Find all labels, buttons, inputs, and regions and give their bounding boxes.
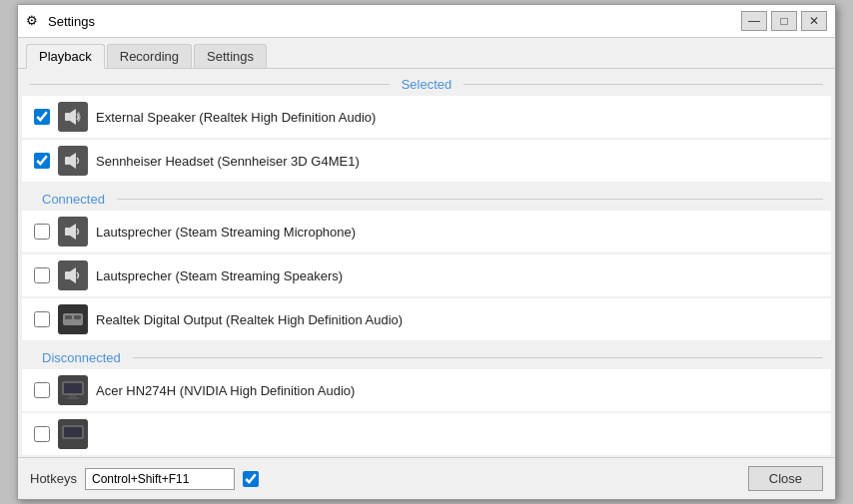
device-checkbox-lautsprecher-spk[interactable]	[34, 267, 50, 283]
hotkeys-input[interactable]	[85, 468, 235, 490]
tab-playback[interactable]: Playback	[26, 44, 105, 69]
svg-marker-7	[70, 267, 76, 283]
list-item: Acer HN274H (NVIDIA High Definition Audi…	[22, 369, 831, 411]
section-disconnected-header: Disconnected	[18, 342, 835, 369]
content-area: Selected External Speaker (Realt	[18, 69, 835, 457]
device-name-realtek-digital: Realtek Digital Output (Realtek High Def…	[96, 312, 819, 327]
svg-marker-5	[70, 224, 76, 240]
device-icon-acer	[58, 375, 88, 405]
svg-rect-4	[65, 228, 70, 236]
bottom-bar: Hotkeys Close	[18, 457, 835, 499]
svg-rect-17	[64, 427, 82, 437]
close-window-button[interactable]: ✕	[801, 11, 827, 31]
device-name-lautsprecher-mic: Lautsprecher (Steam Streaming Microphone…	[96, 225, 819, 240]
tab-settings[interactable]: Settings	[194, 44, 267, 68]
maximize-button[interactable]: □	[771, 11, 797, 31]
tab-bar: Playback Recording Settings	[18, 38, 835, 69]
device-icon-ext-speaker	[58, 102, 88, 132]
svg-marker-1	[70, 109, 76, 125]
hotkeys-checkbox[interactable]	[243, 471, 259, 487]
section-selected-header: Selected	[18, 69, 835, 96]
selected-label: Selected	[390, 77, 464, 92]
device-checkbox-ext-speaker[interactable]	[34, 109, 50, 125]
device-icon-extra	[58, 419, 88, 449]
list-item	[22, 413, 831, 455]
close-button[interactable]: Close	[748, 466, 823, 491]
divider-right	[463, 84, 823, 85]
svg-rect-6	[65, 271, 70, 279]
device-checkbox-acer[interactable]	[34, 382, 50, 398]
device-checkbox-lautsprecher-mic[interactable]	[34, 224, 50, 240]
divider-disconnected	[133, 357, 823, 358]
list-item: Realtek Digital Output (Realtek High Def…	[22, 298, 831, 340]
svg-rect-10	[74, 315, 81, 319]
device-checkbox-extra[interactable]	[34, 426, 50, 442]
list-panel: Selected External Speaker (Realt	[18, 69, 835, 457]
svg-rect-9	[65, 315, 72, 319]
connected-label: Connected	[30, 192, 117, 207]
device-checkbox-realtek-digital[interactable]	[34, 311, 50, 327]
title-bar: ⚙ Settings — □ ✕	[18, 5, 835, 38]
section-connected-header: Connected	[18, 184, 835, 211]
divider-left	[30, 84, 390, 85]
hotkeys-label: Hotkeys	[30, 471, 77, 486]
disconnected-label: Disconnected	[30, 350, 133, 365]
window-icon: ⚙	[26, 13, 42, 29]
svg-marker-3	[70, 153, 76, 169]
divider-connected	[117, 199, 823, 200]
list-item: Lautsprecher (Steam Streaming Microphone…	[22, 211, 831, 252]
scroll-area[interactable]: Selected External Speaker (Realt	[18, 69, 835, 457]
device-name-acer: Acer HN274H (NVIDIA High Definition Audi…	[96, 383, 819, 398]
minimize-button[interactable]: —	[741, 11, 767, 31]
device-name-sennheiser: Sennheiser Headset (Sennheiser 3D G4ME1)	[96, 154, 819, 169]
svg-rect-0	[65, 113, 70, 121]
svg-rect-2	[65, 157, 70, 165]
device-name-lautsprecher-spk: Lautsprecher (Steam Streaming Speakers)	[96, 268, 819, 283]
device-checkbox-sennheiser[interactable]	[34, 153, 50, 169]
settings-window: ⚙ Settings — □ ✕ Playback Recording Sett…	[17, 4, 836, 500]
tab-recording[interactable]: Recording	[107, 44, 192, 68]
device-icon-realtek-digital	[58, 304, 88, 334]
list-item: Lautsprecher (Steam Streaming Speakers)	[22, 254, 831, 296]
window-title: Settings	[48, 14, 741, 29]
title-bar-controls: — □ ✕	[741, 11, 827, 31]
list-item: Sennheiser Headset (Sennheiser 3D G4ME1)	[22, 140, 831, 182]
device-name-ext-speaker: External Speaker (Realtek High Definitio…	[96, 110, 819, 125]
svg-rect-11	[70, 322, 76, 325]
device-icon-sennheiser	[58, 146, 88, 176]
svg-rect-15	[67, 397, 79, 399]
device-icon-lautsprecher-mic	[58, 217, 88, 247]
svg-rect-13	[64, 383, 82, 393]
list-item: External Speaker (Realtek High Definitio…	[22, 96, 831, 138]
device-icon-lautsprecher-spk	[58, 260, 88, 290]
